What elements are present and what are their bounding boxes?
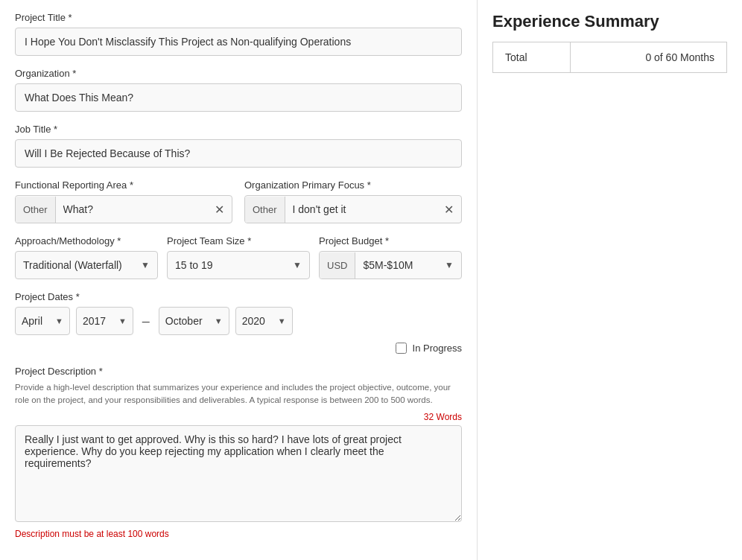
start-year-select[interactable]: 2017 — [77, 308, 112, 334]
start-year-arrow-icon: ▼ — [112, 316, 133, 325]
project-title-group: Project Title * — [15, 12, 462, 56]
end-year-arrow-icon: ▼ — [272, 316, 292, 325]
right-panel: Experience Summary Total 0 of 60 Months — [477, 0, 742, 560]
team-size-arrow-icon: ▼ — [285, 260, 309, 270]
in-progress-checkbox[interactable] — [396, 343, 407, 354]
summary-table: Total 0 of 60 Months — [492, 42, 727, 73]
description-hint: Provide a high-level description that su… — [15, 381, 462, 407]
budget-label: Project Budget * — [319, 235, 462, 246]
word-count: 32 Words — [15, 412, 462, 422]
project-title-label: Project Title * — [15, 12, 462, 23]
end-year-select[interactable]: 2020 — [236, 308, 272, 334]
left-panel: Project Title * Organization * Job Title… — [0, 0, 477, 560]
functional-area-input[interactable] — [56, 196, 207, 223]
summary-label: Total — [493, 42, 571, 73]
functional-area-prefix: Other — [16, 197, 56, 223]
description-error: Description must be at least 100 words — [15, 529, 462, 539]
team-size-group: Project Team Size * 15 to 19 ▼ — [167, 235, 310, 279]
start-month-select[interactable]: April — [16, 308, 49, 334]
end-month-wrapper: October ▼ — [159, 307, 229, 335]
org-primary-label: Organization Primary Focus * — [244, 179, 462, 191]
project-dates-group: Project Dates * April ▼ 2017 ▼ – October — [15, 291, 462, 354]
start-month-arrow-icon: ▼ — [49, 316, 69, 325]
approach-select[interactable]: Traditional (Waterfall) — [16, 252, 133, 279]
job-title-input[interactable] — [15, 139, 462, 168]
functional-area-combo: Other ✕ — [15, 195, 232, 223]
end-month-select[interactable]: October — [159, 308, 209, 334]
organization-label: Organization * — [15, 68, 462, 79]
summary-title: Experience Summary — [492, 12, 727, 31]
functional-org-row: Functional Reporting Area * Other ✕ Orga… — [15, 179, 462, 235]
start-month-wrapper: April ▼ — [15, 307, 70, 335]
functional-area-clear-icon[interactable]: ✕ — [207, 197, 232, 223]
job-title-label: Job Title * — [15, 124, 462, 135]
approach-team-budget-row: Approach/Methodology * Traditional (Wate… — [15, 235, 462, 291]
organization-input[interactable] — [15, 83, 462, 112]
team-size-select[interactable]: 15 to 19 — [168, 252, 285, 279]
approach-label: Approach/Methodology * — [15, 235, 158, 246]
budget-arrow-icon: ▼ — [437, 260, 461, 270]
org-primary-combo: Other ✕ — [244, 195, 462, 223]
description-label: Project Description * — [15, 366, 462, 377]
in-progress-row: In Progress — [15, 343, 462, 354]
functional-area-label: Functional Reporting Area * — [15, 179, 232, 191]
summary-value: 0 of 60 Months — [571, 42, 727, 73]
team-size-label: Project Team Size * — [167, 235, 310, 246]
dates-row: April ▼ 2017 ▼ – October ▼ 2020 — [15, 307, 462, 335]
project-title-input[interactable] — [15, 28, 462, 56]
approach-group: Approach/Methodology * Traditional (Wate… — [15, 235, 158, 279]
org-primary-input[interactable] — [285, 196, 437, 223]
in-progress-label: In Progress — [413, 343, 462, 354]
budget-group: Project Budget * USD $5M-$10M ▼ — [319, 235, 462, 279]
budget-prefix: USD — [320, 252, 355, 279]
budget-select-wrapper: USD $5M-$10M ▼ — [319, 251, 462, 279]
summary-row: Total 0 of 60 Months — [493, 42, 727, 73]
org-primary-group: Organization Primary Focus * Other ✕ — [244, 179, 462, 223]
org-primary-clear-icon[interactable]: ✕ — [437, 197, 461, 223]
budget-select[interactable]: $5M-$10M — [355, 252, 437, 279]
job-title-group: Job Title * — [15, 124, 462, 168]
description-textarea[interactable] — [15, 425, 462, 522]
dates-separator: – — [139, 314, 153, 329]
team-size-select-wrapper: 15 to 19 ▼ — [167, 251, 310, 279]
end-month-arrow-icon: ▼ — [209, 316, 229, 325]
end-year-wrapper: 2020 ▼ — [235, 307, 293, 335]
approach-select-wrapper: Traditional (Waterfall) ▼ — [15, 251, 158, 279]
approach-arrow-icon: ▼ — [133, 260, 157, 270]
org-primary-prefix: Other — [245, 197, 285, 223]
project-dates-label: Project Dates * — [15, 291, 462, 302]
organization-group: Organization * — [15, 68, 462, 112]
start-year-wrapper: 2017 ▼ — [76, 307, 133, 335]
functional-area-group: Functional Reporting Area * Other ✕ — [15, 179, 232, 223]
description-group: Project Description * Provide a high-lev… — [15, 366, 462, 539]
